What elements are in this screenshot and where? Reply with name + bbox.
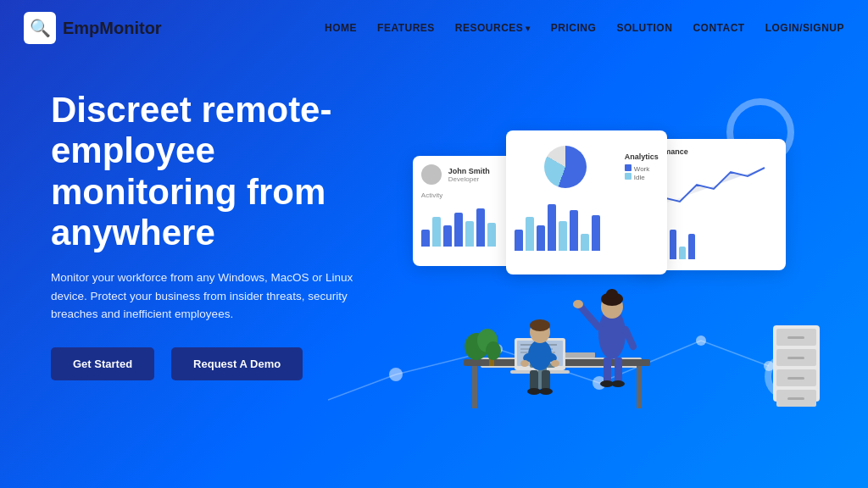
drawer-3 xyxy=(776,369,816,386)
svg-point-46 xyxy=(486,341,501,360)
dropdown-arrow-icon: ▾ xyxy=(526,24,531,33)
drawer-1 xyxy=(776,329,816,346)
profile-name: John Smith xyxy=(448,167,490,175)
people-illustration xyxy=(430,232,693,427)
filing-cabinet xyxy=(773,325,820,402)
middle-card-top: Analytics Work Idle xyxy=(515,139,659,195)
hero-subtitle: Monitor your workforce from any Windows,… xyxy=(51,269,373,324)
pie-chart xyxy=(544,146,587,188)
hero-title: Discreet remote-employee monitoring from… xyxy=(51,90,396,253)
drawer-2 xyxy=(776,349,816,366)
logo-text: EmpMonitor xyxy=(63,19,162,38)
get-started-button[interactable]: Get Started xyxy=(51,347,154,380)
hero-buttons: Get Started Request A Demo xyxy=(51,347,396,380)
navbar: 🔍 EmpMonitor HOME FEATURES RESOURCES ▾ P… xyxy=(0,0,868,56)
logo-icon: 🔍 xyxy=(24,12,56,44)
svg-rect-11 xyxy=(472,366,477,408)
svg-rect-39 xyxy=(604,358,611,383)
svg-line-33 xyxy=(581,307,598,327)
nav-contact[interactable]: CONTACT xyxy=(693,22,744,34)
svg-point-25 xyxy=(551,360,559,367)
drawer-4 xyxy=(776,390,816,407)
svg-rect-12 xyxy=(637,366,642,408)
svg-line-35 xyxy=(626,330,633,347)
profile-info: John Smith Developer xyxy=(448,167,490,183)
svg-line-8 xyxy=(701,341,769,366)
request-demo-button[interactable]: Request A Demo xyxy=(171,347,303,380)
page-wrapper: 🔍 EmpMonitor HOME FEATURES RESOURCES ▾ P… xyxy=(0,0,868,488)
svg-point-24 xyxy=(520,360,529,367)
svg-point-34 xyxy=(573,300,583,308)
hero-illustration: John Smith Developer Activity xyxy=(396,81,820,485)
nav-resources[interactable]: RESOURCES ▾ xyxy=(455,22,531,34)
logo-area[interactable]: 🔍 EmpMonitor xyxy=(24,12,162,44)
nav-links: HOME FEATURES RESOURCES ▾ PRICING SOLUTI… xyxy=(325,22,844,34)
avatar xyxy=(421,164,442,185)
svg-rect-40 xyxy=(615,358,622,383)
svg-point-42 xyxy=(611,380,625,387)
svg-point-30 xyxy=(527,388,541,395)
svg-point-31 xyxy=(539,388,553,395)
profile-role: Developer xyxy=(448,175,490,183)
nav-solution[interactable]: SOLUTION xyxy=(616,22,672,34)
svg-point-27 xyxy=(530,319,550,331)
hero-content: Discreet remote-employee monitoring from… xyxy=(51,81,396,380)
nav-features[interactable]: FEATURES xyxy=(377,22,435,34)
bar-1 xyxy=(421,230,430,247)
nav-pricing[interactable]: PRICING xyxy=(551,22,597,34)
nav-login-signup[interactable]: LOGIN/SIGNUP xyxy=(765,22,844,34)
pie-legend: Analytics Work Idle xyxy=(625,152,659,181)
svg-point-38 xyxy=(606,289,618,299)
nav-home[interactable]: HOME xyxy=(325,22,357,34)
hero-section: Discreet remote-employee monitoring from… xyxy=(0,56,868,485)
